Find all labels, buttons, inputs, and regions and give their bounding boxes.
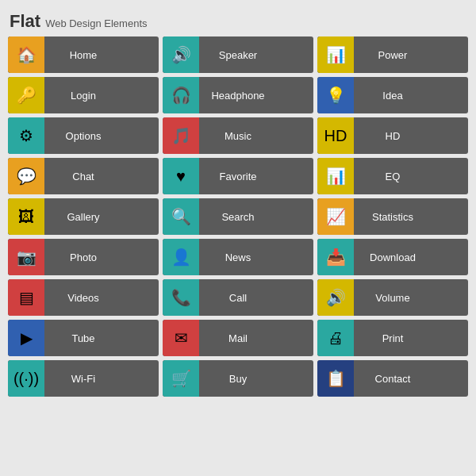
tile-label-news: News xyxy=(199,251,313,263)
tile-label-volume: Volume xyxy=(354,292,468,304)
tile-label-speaker: Speaker xyxy=(199,49,313,61)
tile-icon-contact: 📋 xyxy=(317,360,354,397)
tile-icon-speaker: 🔊 xyxy=(163,36,199,73)
tile-chat[interactable]: 💬Chat xyxy=(8,158,159,194)
tile-hd[interactable]: HDHD xyxy=(317,117,468,154)
tile-label-videos: Videos xyxy=(44,292,159,304)
tile-statistics[interactable]: 📈Statistics xyxy=(317,198,468,235)
tile-label-gallery: Gallery xyxy=(44,211,159,223)
tile-label-photo: Photo xyxy=(44,251,159,263)
tile-icon-download: 📥 xyxy=(317,239,354,275)
tile-idea[interactable]: 💡Idea xyxy=(317,77,468,113)
tile-icon-hd: HD xyxy=(317,117,354,154)
tile-icon-eq: 📊 xyxy=(317,158,354,194)
page: Flat Web Design Elements 🏠Home🔊Speaker📊P… xyxy=(0,0,476,476)
tile-login[interactable]: 🔑Login xyxy=(8,77,159,113)
tile-icon-print: 🖨 xyxy=(317,320,354,356)
tile-label-wi-fi: Wi-Fi xyxy=(44,373,159,385)
tile-icon-power: 📊 xyxy=(317,36,354,73)
tile-icon-call: 📞 xyxy=(163,279,199,316)
tile-icon-login: 🔑 xyxy=(8,77,44,113)
tile-icon-idea: 💡 xyxy=(317,77,354,113)
tile-print[interactable]: 🖨Print xyxy=(317,320,468,356)
tile-label-search: Search xyxy=(199,211,313,223)
tile-music[interactable]: 🎵Music xyxy=(163,117,313,154)
tile-label-call: Call xyxy=(199,292,313,304)
tile-label-headphone: Headphone xyxy=(199,90,313,102)
tile-headphone[interactable]: 🎧Headphone xyxy=(163,77,313,113)
tile-home[interactable]: 🏠Home xyxy=(8,36,159,73)
tile-label-download: Download xyxy=(354,251,468,263)
tile-icon-headphone: 🎧 xyxy=(163,77,199,113)
tile-label-options: Options xyxy=(44,130,159,142)
tile-label-eq: EQ xyxy=(354,171,468,182)
tile-icon-mail: ✉ xyxy=(163,320,199,356)
tile-icon-statistics: 📈 xyxy=(317,198,354,235)
tile-icon-photo: 📷 xyxy=(8,239,44,275)
header-subtitle: Web Design Elements xyxy=(45,17,147,29)
header: Flat Web Design Elements xyxy=(8,8,468,36)
tile-eq[interactable]: 📊EQ xyxy=(317,158,468,194)
tile-buy[interactable]: 🛒Buy xyxy=(163,360,313,397)
tile-speaker[interactable]: 🔊Speaker xyxy=(163,36,313,73)
tile-gallery[interactable]: 🖼Gallery xyxy=(8,198,159,235)
tile-news[interactable]: 👤News xyxy=(163,239,313,275)
tile-options[interactable]: ⚙Options xyxy=(8,117,159,154)
tile-videos[interactable]: ▤Videos xyxy=(8,279,159,316)
tile-icon-music: 🎵 xyxy=(163,117,199,154)
tile-icon-search: 🔍 xyxy=(163,198,199,235)
tile-icon-gallery: 🖼 xyxy=(8,198,44,235)
tile-volume[interactable]: 🔊Volume xyxy=(317,279,468,316)
tile-label-statistics: Statistics xyxy=(354,211,468,223)
tile-photo[interactable]: 📷Photo xyxy=(8,239,159,275)
tile-icon-tube: ▶ xyxy=(8,320,44,356)
tile-icon-volume: 🔊 xyxy=(317,279,354,316)
tile-label-chat: Chat xyxy=(44,171,159,182)
tile-label-tube: Tube xyxy=(44,332,159,344)
header-flat: Flat xyxy=(10,11,40,32)
tile-icon-home: 🏠 xyxy=(8,36,44,73)
tile-icon-wi-fi: ((·)) xyxy=(8,360,44,397)
tile-label-music: Music xyxy=(199,130,313,142)
tile-icon-buy: 🛒 xyxy=(163,360,199,397)
tile-tube[interactable]: ▶Tube xyxy=(8,320,159,356)
tile-mail[interactable]: ✉Mail xyxy=(163,320,313,356)
tile-label-power: Power xyxy=(354,49,468,61)
tile-label-idea: Idea xyxy=(354,90,468,102)
tile-label-home: Home xyxy=(44,49,159,61)
tile-search[interactable]: 🔍Search xyxy=(163,198,313,235)
tile-label-print: Print xyxy=(354,332,468,344)
tile-contact[interactable]: 📋Contact xyxy=(317,360,468,397)
tile-power[interactable]: 📊Power xyxy=(317,36,468,73)
tile-favorite[interactable]: ♥Favorite xyxy=(163,158,313,194)
tile-call[interactable]: 📞Call xyxy=(163,279,313,316)
tile-icon-options: ⚙ xyxy=(8,117,44,154)
tile-label-favorite: Favorite xyxy=(199,171,313,182)
tile-wi-fi[interactable]: ((·))Wi-Fi xyxy=(8,360,159,397)
tile-icon-favorite: ♥ xyxy=(163,158,199,194)
tile-label-hd: HD xyxy=(354,130,468,142)
tile-label-buy: Buy xyxy=(199,373,313,385)
tile-download[interactable]: 📥Download xyxy=(317,239,468,275)
tile-label-contact: Contact xyxy=(354,373,468,385)
tile-label-mail: Mail xyxy=(199,332,313,344)
tile-icon-chat: 💬 xyxy=(8,158,44,194)
tile-icon-news: 👤 xyxy=(163,239,199,275)
tile-icon-videos: ▤ xyxy=(8,279,44,316)
tile-label-login: Login xyxy=(44,90,159,102)
tile-grid: 🏠Home🔊Speaker📊Power🔑Login🎧Headphone💡Idea… xyxy=(8,36,468,397)
